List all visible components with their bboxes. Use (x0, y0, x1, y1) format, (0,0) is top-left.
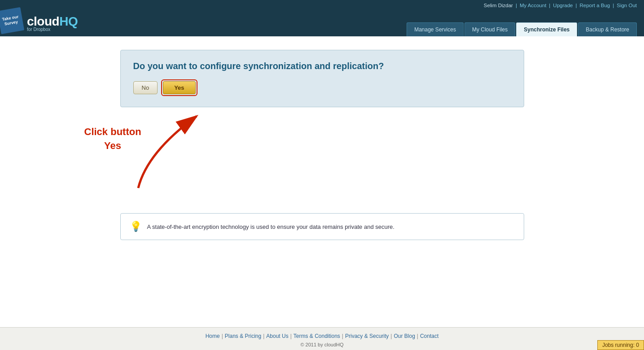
footer-links: Home | Plans & Pricing | About Us | Term… (7, 333, 637, 339)
info-box: 💡 A state-of-the-art encryption technolo… (120, 213, 524, 240)
yes-button-wrapper: Yes (161, 79, 197, 96)
footer: Home | Plans & Pricing | About Us | Term… (0, 327, 644, 350)
footer-blog[interactable]: Our Blog (394, 333, 415, 339)
username-label: Selim Dizdar (484, 3, 513, 8)
annotation-label: Click button Yes (84, 125, 141, 153)
no-button[interactable]: No (133, 81, 158, 94)
sign-out-link[interactable]: Sign Out (617, 3, 637, 8)
footer-privacy[interactable]: Privacy & Security (345, 333, 389, 339)
sep1: | (516, 3, 517, 8)
upgrade-link[interactable]: Upgrade (553, 3, 573, 8)
footer-contact[interactable]: Contact (420, 333, 438, 339)
footer-terms[interactable]: Terms & Conditions (294, 333, 340, 339)
annotation-container: Click button Yes (75, 107, 569, 206)
report-bug-link[interactable]: Report a Bug (579, 3, 610, 8)
content-wrapper: Do you want to configure synchronization… (75, 50, 569, 240)
header: Selim Dizdar | My Account | Upgrade | Re… (0, 0, 644, 36)
sep4: | (613, 3, 614, 8)
survey-badge[interactable]: Take our Survey (0, 7, 24, 34)
nav-tabs: Manage Services My Cloud Files Synchroni… (407, 22, 637, 36)
sep3: | (575, 3, 577, 8)
dialog-buttons: No Yes (133, 79, 511, 96)
my-account-link[interactable]: My Account (520, 3, 546, 8)
main-content: Do you want to configure synchronization… (0, 36, 644, 327)
footer-copyright: © 2011 by cloudHQ (7, 342, 637, 347)
logo-area: Take our Survey cloudHQ for Dropbox (0, 10, 85, 36)
tab-synchronize-files[interactable]: Synchronize Files (516, 22, 577, 36)
top-bar: Selim Dizdar | My Account | Upgrade | Re… (0, 0, 644, 10)
info-text: A state-of-the-art encryption technology… (147, 223, 394, 230)
footer-plans[interactable]: Plans & Pricing (225, 333, 261, 339)
jobs-badge: Jobs running: 0 (597, 340, 644, 350)
header-main: Take our Survey cloudHQ for Dropbox Mana… (0, 10, 644, 36)
yes-button[interactable]: Yes (163, 81, 195, 94)
tab-manage-services[interactable]: Manage Services (407, 22, 464, 36)
bulb-icon: 💡 (130, 221, 142, 232)
logo-text: cloudHQ for Dropbox (27, 14, 78, 32)
dialog-question: Do you want to configure synchronization… (133, 61, 511, 71)
sep2: | (549, 3, 550, 8)
tab-my-cloud-files[interactable]: My Cloud Files (464, 22, 515, 36)
footer-about[interactable]: About Us (266, 333, 288, 339)
footer-home[interactable]: Home (206, 333, 220, 339)
tab-backup-restore[interactable]: Backup & Restore (578, 22, 637, 36)
dialog-box: Do you want to configure synchronization… (120, 50, 524, 107)
